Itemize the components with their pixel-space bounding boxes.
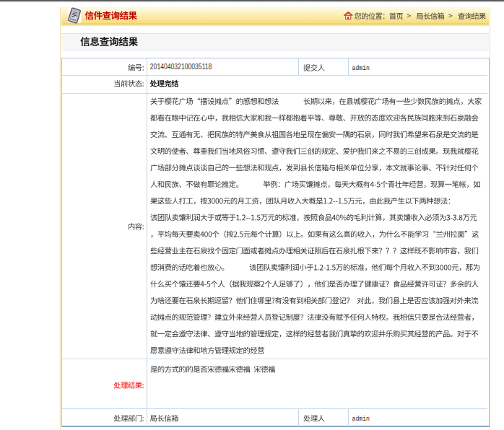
svg-text:201404032100035118: 201404032100035118: [150, 63, 212, 71]
svg-text:admin: admin: [352, 65, 370, 72]
svg-text:admin: admin: [352, 416, 370, 423]
